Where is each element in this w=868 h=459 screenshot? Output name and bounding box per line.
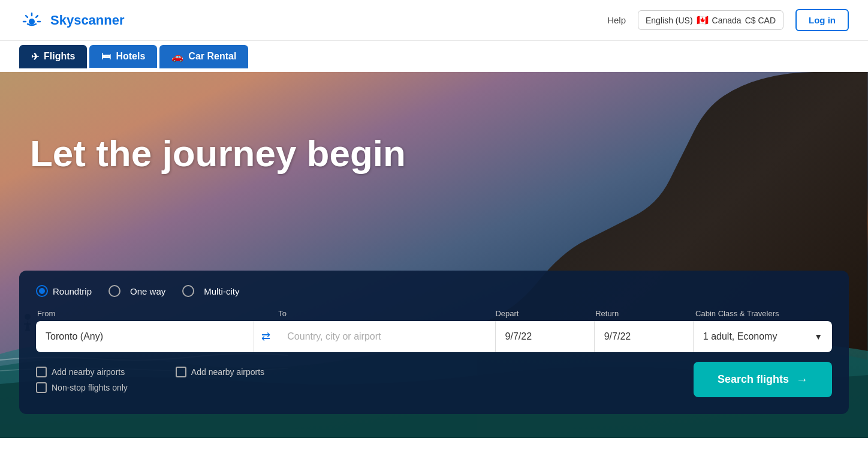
search-box: Roundtrip One way Multi-city From To Dep… [19, 271, 849, 414]
from-label: From [37, 309, 55, 318]
hotels-icon: 🛏 [101, 51, 111, 62]
hero-section: Let the journey begin Roundtrip One way … [0, 72, 868, 438]
oneway-option[interactable]: One way [108, 285, 165, 297]
from-nearby-airports[interactable]: Add nearby airports [36, 367, 128, 377]
chevron-down-icon: ▼ [814, 332, 822, 341]
roundtrip-label: Roundtrip [53, 286, 92, 296]
nav-tabs: ✈ Flights 🛏 Hotels 🚗 Car Rental [0, 41, 868, 72]
svg-line-3 [26, 16, 28, 17]
search-flights-button[interactable]: Search flights → [694, 362, 832, 397]
nonstop-checkbox[interactable] [36, 382, 47, 393]
swap-icon: ⇄ [261, 330, 270, 343]
flights-icon: ✈ [31, 51, 39, 62]
to-nearby-label: Add nearby airports [191, 367, 264, 377]
locale-button[interactable]: English (US) 🇨🇦 Canada C$ CAD [638, 10, 783, 30]
return-group [595, 321, 694, 352]
from-input[interactable] [36, 321, 254, 352]
depart-input[interactable] [496, 321, 595, 352]
tab-flights[interactable]: ✈ Flights [19, 45, 87, 68]
nonstop-option[interactable]: Non-stop flights only [36, 382, 128, 393]
canada-flag-icon: 🇨🇦 [697, 14, 709, 26]
svg-line-1 [36, 16, 38, 17]
cabin-select-text: 1 adult, Economy [703, 331, 809, 342]
to-label: To [278, 309, 287, 318]
skyscanner-logo-icon [19, 11, 44, 30]
from-group [36, 321, 254, 352]
tab-car-rental[interactable]: 🚗 Car Rental [159, 45, 248, 68]
logo-area: Skyscanner [19, 11, 125, 30]
roundtrip-option[interactable]: Roundtrip [36, 285, 92, 297]
locale-language: English (US) [646, 16, 693, 25]
multicity-label: Multi-city [204, 286, 239, 296]
to-nearby-checkbox[interactable] [176, 367, 186, 377]
depart-label: Depart [495, 309, 519, 318]
search-bottom-row: Add nearby airports Non-stop flights onl… [36, 362, 832, 397]
from-nearby-checkbox[interactable] [36, 367, 47, 377]
flights-tab-label: Flights [44, 51, 75, 62]
search-arrow-icon: → [796, 373, 808, 386]
header: Skyscanner Help English (US) 🇨🇦 Canada C… [0, 0, 868, 41]
to-group [278, 321, 495, 352]
nonstop-label: Non-stop flights only [52, 383, 128, 392]
from-checkboxes: Add nearby airports Non-stop flights onl… [36, 367, 128, 393]
car-rental-tab-label: Car Rental [188, 51, 236, 62]
multicity-option[interactable]: Multi-city [182, 285, 239, 297]
help-link[interactable]: Help [607, 15, 626, 25]
trip-type-row: Roundtrip One way Multi-city [36, 285, 832, 297]
tab-hotels[interactable]: 🛏 Hotels [89, 45, 157, 68]
checkboxes-area: Add nearby airports Non-stop flights onl… [36, 367, 264, 393]
locale-currency: C$ CAD [745, 16, 776, 25]
cabin-group: 1 adult, Economy ▼ [694, 321, 832, 352]
cabin-select[interactable]: 1 adult, Economy ▼ [694, 321, 832, 352]
logo-text: Skyscanner [50, 13, 125, 28]
swap-button[interactable]: ⇄ [254, 321, 278, 352]
oneway-radio[interactable] [108, 285, 120, 297]
search-flights-label: Search flights [718, 373, 789, 386]
hotels-tab-label: Hotels [116, 51, 145, 62]
header-right: Help English (US) 🇨🇦 Canada C$ CAD Log i… [607, 9, 849, 31]
from-nearby-label: Add nearby airports [52, 367, 125, 377]
return-input[interactable] [595, 321, 694, 352]
multicity-radio[interactable] [182, 285, 194, 297]
car-icon: 🚗 [171, 51, 183, 62]
return-label: Return [595, 309, 619, 318]
to-nearby-airports[interactable]: Add nearby airports [176, 367, 264, 377]
oneway-label: One way [130, 286, 165, 296]
hero-title: Let the journey begin [30, 132, 406, 175]
roundtrip-radio[interactable] [36, 285, 48, 297]
to-checkboxes: Add nearby airports [176, 367, 264, 393]
login-button[interactable]: Log in [795, 9, 849, 31]
to-input[interactable] [278, 321, 495, 352]
cabin-label: Cabin Class & Travelers [695, 309, 779, 318]
locale-country: Canada [712, 16, 742, 25]
fields-row: ⇄ 1 adult, Economy ▼ [36, 321, 832, 352]
svg-point-5 [29, 19, 35, 25]
depart-group [496, 321, 595, 352]
